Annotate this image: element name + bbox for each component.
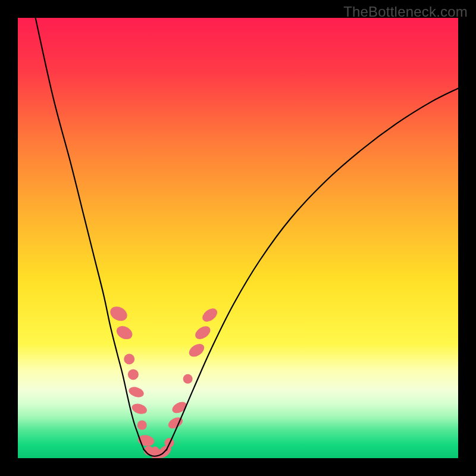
bottleneck-curve <box>36 18 458 456</box>
plot-area <box>18 18 458 458</box>
curve-layer <box>18 18 458 458</box>
data-marker <box>193 324 212 342</box>
chart-frame: TheBottleneck.com <box>0 0 476 476</box>
data-marker <box>183 374 193 384</box>
data-marker <box>124 354 134 365</box>
data-marker <box>114 324 134 342</box>
data-marker <box>130 402 148 415</box>
data-marker <box>187 341 206 359</box>
data-marker <box>200 306 220 324</box>
data-marker <box>137 421 147 430</box>
data-marker <box>127 385 145 399</box>
data-marker <box>108 304 130 324</box>
data-marker <box>128 369 139 380</box>
